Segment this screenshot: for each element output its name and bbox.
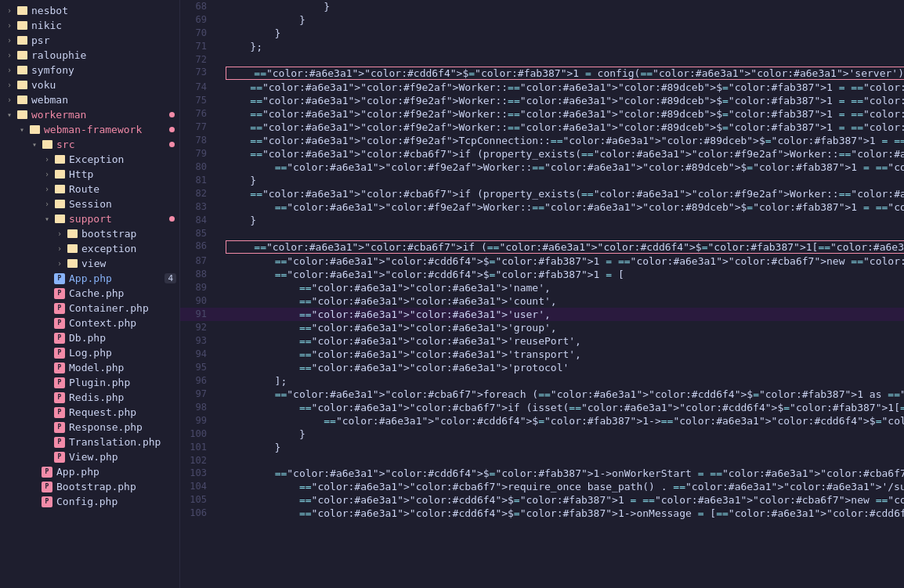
- tree-arrow-icon: ›: [53, 244, 66, 253]
- sidebar-item-workerman[interactable]: ▾workerman: [0, 107, 179, 122]
- sidebar-item-voku[interactable]: ›voku: [0, 78, 179, 92]
- sidebar-item-Log.php[interactable]: PLog.php: [0, 345, 179, 360]
- sidebar-item-Model.php[interactable]: PModel.php: [0, 360, 179, 375]
- tree-item-label: nikic: [31, 20, 179, 31]
- code-line: 102: [180, 454, 904, 467]
- sidebar-item-App.php2[interactable]: PApp.php: [0, 464, 179, 479]
- code-line: 105 =="color:#a6e3a1">"color:#cdd6f4">$=…: [180, 493, 904, 507]
- line-number: 94: [180, 348, 219, 361]
- sidebar-item-Request.php[interactable]: PRequest.php: [0, 405, 179, 420]
- php-file-icon: P: [53, 407, 66, 418]
- tree-item-label: Bootstrap.php: [56, 481, 179, 492]
- folder-icon: [53, 215, 66, 223]
- line-content: =="color:#a6e3a1">"color:#f9e2af">Worker…: [219, 121, 904, 134]
- line-content: =="color:#a6e3a1">"color:#f9e2af">Worker…: [219, 161, 904, 174]
- sidebar-item-Http[interactable]: ›Http: [0, 167, 179, 182]
- sidebar-item-Plugin.php[interactable]: PPlugin.php: [0, 375, 179, 390]
- line-content: =="color:#a6e3a1">"color:#cdd6f4">$="col…: [219, 467, 904, 480]
- sidebar-item-Db.php[interactable]: PDb.php: [0, 330, 179, 345]
- sidebar-item-support[interactable]: ▾support: [0, 211, 179, 226]
- code-line: 98 =="color:#a6e3a1">"color:#cba6f7">if …: [180, 401, 904, 414]
- code-line: 77 =="color:#a6e3a1">"color:#f9e2af">Wor…: [180, 121, 904, 134]
- sidebar-item-nikic[interactable]: ›nikic: [0, 18, 179, 33]
- line-number: 83: [180, 200, 219, 214]
- tree-item-label: Container.php: [69, 302, 179, 314]
- sidebar-item-Route[interactable]: ›Route: [0, 182, 179, 197]
- line-number: 76: [180, 107, 219, 121]
- code-line: 103 =="color:#a6e3a1">"color:#cdd6f4">$=…: [180, 467, 904, 480]
- php-file-icon: P: [53, 273, 66, 284]
- tree-arrow-icon: ▾: [3, 110, 16, 119]
- code-line: 92 =="color:#a6e3a1">"color:#a6e3a1">'gr…: [180, 321, 904, 334]
- sidebar-item-webman[interactable]: ›webman: [0, 92, 179, 107]
- line-content: =="color:#a6e3a1">"color:#f9e2af">Worker…: [219, 94, 904, 107]
- sidebar-item-Config.php[interactable]: PConfig.php: [0, 494, 179, 509]
- tree-item-label: ralouphie: [31, 49, 179, 61]
- sidebar-item-Container.php[interactable]: PContainer.php: [0, 301, 179, 316]
- code-line: 100 }: [180, 427, 904, 441]
- line-content: =="color:#a6e3a1">"color:#a6e3a1">'group…: [219, 321, 904, 334]
- sidebar-item-symfony[interactable]: ›symfony: [0, 63, 179, 78]
- sidebar-item-Cache.php[interactable]: PCache.php: [0, 286, 179, 301]
- line-content: [219, 227, 904, 240]
- code-line: 88 =="color:#a6e3a1">"color:#cdd6f4">$="…: [180, 268, 904, 281]
- folder-icon: [53, 200, 66, 208]
- php-file-icon: P: [53, 318, 66, 329]
- sidebar-item-Response.php[interactable]: PResponse.php: [0, 420, 179, 435]
- code-line: 101 }: [180, 441, 904, 454]
- sidebar-item-ralouphie[interactable]: ›ralouphie: [0, 48, 179, 63]
- line-content: =="color:#a6e3a1">"color:#cdd6f4">$="col…: [219, 268, 904, 281]
- line-content: =="color:#a6e3a1">"color:#a6e3a1">'name'…: [219, 281, 904, 294]
- tree-arrow-icon: ›: [3, 51, 16, 60]
- line-number: 84: [180, 214, 219, 227]
- code-line: 75 =="color:#a6e3a1">"color:#f9e2af">Wor…: [180, 94, 904, 107]
- sidebar-item-Exception[interactable]: ›Exception: [0, 152, 179, 167]
- tree-arrow-icon: ›: [41, 200, 53, 208]
- sidebar-item-view[interactable]: ›view: [0, 256, 179, 271]
- sidebar-item-Bootstrap.php[interactable]: PBootstrap.php: [0, 479, 179, 494]
- folder-icon: [16, 66, 28, 74]
- sidebar-item-Redis.php[interactable]: PRedis.php: [0, 390, 179, 405]
- line-number: 81: [180, 174, 219, 187]
- code-line: 97 =="color:#a6e3a1">"color:#cba6f7">for…: [180, 388, 904, 401]
- line-content: =="color:#a6e3a1">"color:#cdd6f4">$="col…: [219, 66, 904, 81]
- line-number: 85: [180, 227, 219, 240]
- sidebar-item-Translation.php[interactable]: PTranslation.php: [0, 435, 179, 449]
- line-content: }: [219, 441, 904, 454]
- code-line: 94 =="color:#a6e3a1">"color:#a6e3a1">'tr…: [180, 348, 904, 361]
- line-number: 102: [180, 454, 219, 467]
- folder-icon: [16, 51, 28, 60]
- code-line: 95 =="color:#a6e3a1">"color:#a6e3a1">'pr…: [180, 361, 904, 374]
- code-editor[interactable]: 68 }69 }70 }71 };7273 =="color:#a6e3a1">…: [180, 0, 904, 588]
- sidebar-item-Context.php[interactable]: PContext.php: [0, 316, 179, 330]
- sidebar-item-bootstrap[interactable]: ›bootstrap: [0, 226, 179, 241]
- code-line: 86 =="color:#a6e3a1">"color:#cba6f7">if …: [180, 240, 904, 254]
- tree-item-label: App.php: [56, 466, 179, 478]
- line-content: =="color:#a6e3a1">"color:#cba6f7">if (pr…: [219, 147, 904, 161]
- sidebar-item-Session[interactable]: ›Session: [0, 197, 179, 211]
- tree-item-label: psr: [31, 34, 179, 46]
- php-file-icon: P: [41, 467, 53, 478]
- line-number: 98: [180, 401, 219, 414]
- line-number: 99: [180, 414, 219, 427]
- tree-item-label: Cache.php: [69, 287, 179, 299]
- line-content: =="color:#a6e3a1">"color:#a6e3a1">'count…: [219, 294, 904, 308]
- php-file-icon: P: [41, 482, 53, 492]
- line-number: 100: [180, 427, 219, 441]
- line-content: =="color:#a6e3a1">"color:#f9e2af">TcpCon…: [219, 134, 904, 147]
- sidebar-item-nesbot[interactable]: ›nesbot: [0, 3, 179, 18]
- sidebar-item-App.php[interactable]: PApp.php4: [0, 271, 179, 286]
- line-content: =="color:#a6e3a1">"color:#f9e2af">Worker…: [219, 107, 904, 121]
- tree-item-label: webman-framework: [44, 124, 169, 135]
- sidebar-item-src[interactable]: ▾src: [0, 137, 179, 152]
- sidebar-item-exception[interactable]: ›exception: [0, 241, 179, 256]
- tree-arrow-icon: ›: [53, 229, 66, 238]
- sidebar-item-psr[interactable]: ›psr: [0, 33, 179, 48]
- sidebar-item-View.php[interactable]: PView.php: [0, 449, 179, 464]
- tree-item-label: Db.php: [69, 332, 179, 344]
- php-file-icon: P: [41, 496, 53, 507]
- folder-icon: [16, 6, 28, 15]
- tree-item-label: voku: [31, 79, 179, 91]
- code-line: 80 =="color:#a6e3a1">"color:#f9e2af">Wor…: [180, 161, 904, 174]
- sidebar-item-webman-framework[interactable]: ▾webman-framework: [0, 122, 179, 137]
